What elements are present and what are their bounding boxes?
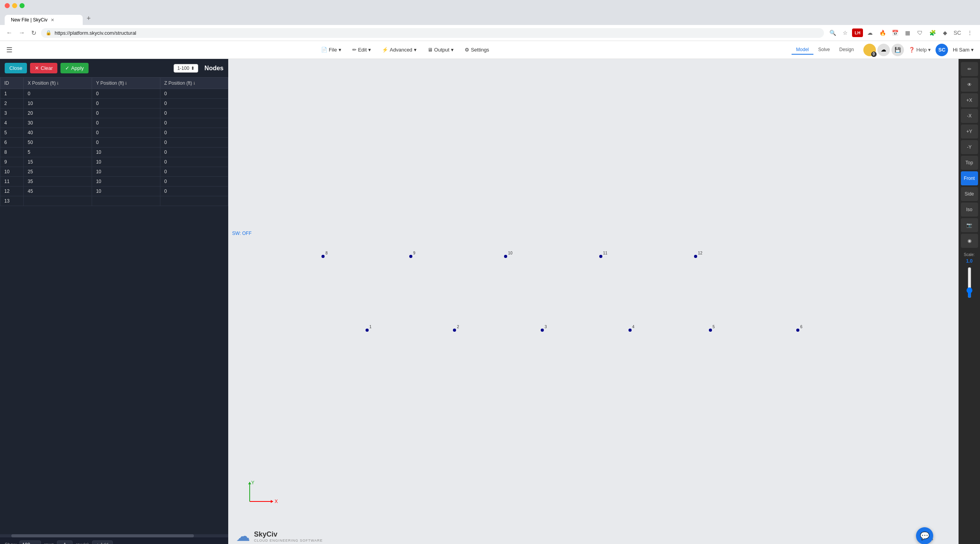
node-point-1[interactable] (366, 329, 369, 332)
plus-x-btn[interactable]: +X (961, 93, 978, 107)
front-btn[interactable]: Front (961, 171, 978, 185)
node-point-4[interactable] (628, 329, 632, 332)
close-traffic-btn[interactable] (5, 3, 10, 8)
chat-bubble-btn[interactable]: 💬 (916, 527, 933, 544)
more-btn[interactable]: ⋮ (964, 27, 975, 38)
tab-model[interactable]: Model (792, 45, 814, 55)
forward-btn[interactable]: → (17, 28, 27, 38)
output-menu-btn[interactable]: 🖥 Output ▾ (423, 44, 458, 55)
eye-btn[interactable]: 👁 (961, 78, 978, 92)
address-input[interactable] (55, 30, 819, 36)
cell-id[interactable]: 4 (0, 118, 24, 128)
cloud-icon-btn[interactable]: ☁ (865, 27, 875, 38)
node-point-11[interactable] (599, 255, 602, 258)
help-btn[interactable]: ❓ Help ▾ (909, 47, 931, 53)
cell-x[interactable]: 10 (24, 99, 92, 108)
cell-z[interactable]: 0 (160, 128, 228, 138)
apply-btn[interactable]: ✓ Apply (60, 63, 89, 73)
reload-btn[interactable]: ↻ (30, 28, 38, 38)
cell-x[interactable] (24, 196, 92, 206)
cell-id[interactable]: 13 (0, 196, 24, 206)
cell-id[interactable]: 6 (0, 138, 24, 148)
cell-x[interactable]: 15 (24, 157, 92, 167)
maximize-traffic-btn[interactable] (20, 3, 25, 8)
minimize-traffic-btn[interactable] (12, 3, 17, 8)
node-point-8[interactable] (321, 255, 325, 258)
cell-id[interactable]: 3 (0, 108, 24, 118)
cell-x[interactable]: 35 (24, 177, 92, 187)
cell-y[interactable]: 0 (92, 108, 160, 118)
skyciv-icon-btn[interactable]: SC (952, 27, 963, 38)
cell-y[interactable]: 0 (92, 128, 160, 138)
node-point-5[interactable] (709, 329, 712, 332)
status-icon-2[interactable]: ☁ (877, 44, 890, 56)
back-btn[interactable]: ← (5, 28, 14, 38)
cell-y[interactable]: 10 (92, 148, 160, 157)
lh-icon-btn[interactable]: LH (852, 28, 863, 37)
cell-x[interactable]: 25 (24, 167, 92, 177)
cell-x[interactable]: 30 (24, 118, 92, 128)
cell-x[interactable]: 20 (24, 108, 92, 118)
search-icon-btn[interactable]: 🔍 (827, 27, 838, 38)
cell-z[interactable]: 0 (160, 157, 228, 167)
shield-icon-btn[interactable]: 🛡 (914, 27, 925, 38)
layers-btn[interactable]: ◉ (961, 234, 978, 248)
tab-close-btn[interactable]: ✕ (51, 18, 54, 23)
iso-btn[interactable]: Iso (961, 203, 978, 217)
node-point-9[interactable] (409, 255, 412, 258)
cell-id[interactable]: 11 (0, 177, 24, 187)
cell-id[interactable]: 2 (0, 99, 24, 108)
status-icon-1[interactable]: 0 (863, 44, 876, 56)
cell-id[interactable]: 5 (0, 128, 24, 138)
status-icon-3[interactable]: 💾 (891, 44, 904, 56)
cell-y[interactable]: 10 (92, 167, 160, 177)
plus-y-btn[interactable]: +Y (961, 124, 978, 139)
x-info-icon[interactable]: ℹ (57, 81, 59, 85)
cell-z[interactable]: 0 (160, 138, 228, 148)
z-info-icon[interactable]: ℹ (194, 81, 195, 85)
cell-x[interactable]: 45 (24, 187, 92, 196)
pencil-btn[interactable]: ✏ (961, 62, 978, 76)
cell-z[interactable]: 0 (160, 167, 228, 177)
cell-x[interactable]: 0 (24, 89, 92, 99)
cell-y[interactable]: 10 (92, 177, 160, 187)
cell-x[interactable]: 40 (24, 128, 92, 138)
close-btn[interactable]: Close (5, 63, 27, 73)
node-point-3[interactable] (541, 329, 544, 332)
cell-z[interactable] (160, 196, 228, 206)
cell-z[interactable]: 0 (160, 108, 228, 118)
cell-z[interactable]: 0 (160, 99, 228, 108)
minus-y-btn[interactable]: -Y (961, 140, 978, 154)
cell-id[interactable]: 12 (0, 187, 24, 196)
add-row-btn[interactable]: + Add (92, 540, 113, 544)
tab-solve[interactable]: Solve (813, 45, 834, 55)
y-info-icon[interactable]: ℹ (125, 81, 127, 85)
node-point-6[interactable] (796, 329, 799, 332)
cell-x[interactable]: 5 (24, 148, 92, 157)
cell-z[interactable]: 0 (160, 148, 228, 157)
grid-icon-btn[interactable]: ▦ (902, 27, 913, 38)
diamond-icon-btn[interactable]: ◆ (939, 27, 950, 38)
cell-y[interactable]: 0 (92, 118, 160, 128)
address-bar[interactable]: 🔒 (41, 28, 824, 38)
cell-y[interactable]: 0 (92, 138, 160, 148)
cell-z[interactable]: 0 (160, 89, 228, 99)
camera-btn[interactable]: 📷 (961, 218, 978, 232)
fire-icon-btn[interactable]: 🔥 (877, 27, 888, 38)
cell-y[interactable]: 0 (92, 99, 160, 108)
cell-y[interactable]: 0 (92, 89, 160, 99)
file-menu-btn[interactable]: 📄 File ▾ (316, 44, 346, 55)
cell-y[interactable]: 10 (92, 187, 160, 196)
top-btn[interactable]: Top (961, 156, 978, 170)
user-menu[interactable]: Hi Sam ▾ (953, 47, 974, 53)
cell-y[interactable] (92, 196, 160, 206)
cell-id[interactable]: 10 (0, 167, 24, 177)
advanced-menu-btn[interactable]: ⚡ Advanced ▾ (377, 44, 421, 55)
cell-z[interactable]: 0 (160, 118, 228, 128)
node-point-10[interactable] (504, 255, 507, 258)
edit-menu-btn[interactable]: ✏ Edit ▾ (348, 44, 376, 55)
tab-design[interactable]: Design (834, 45, 858, 55)
puzzle-icon-btn[interactable]: 🧩 (927, 27, 938, 38)
cell-id[interactable]: 1 (0, 89, 24, 99)
range-selector[interactable]: 1-100 ⬍ (174, 64, 198, 73)
